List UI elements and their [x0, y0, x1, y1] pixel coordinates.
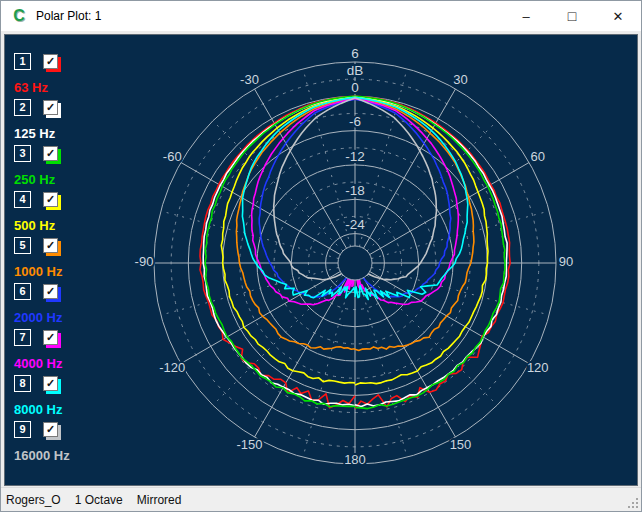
- window-title: Polar Plot: 1: [36, 9, 101, 23]
- grid-spoke: [370, 272, 529, 364]
- resize-grip-icon[interactable]: [636, 506, 638, 508]
- angle-label: -60: [163, 149, 182, 164]
- legend-item: 5✓1000 Hz: [14, 237, 110, 283]
- legend-number-box: 8: [14, 375, 31, 392]
- legend-checkbox[interactable]: ✓: [43, 192, 58, 207]
- legend-item: 6✓2000 Hz: [14, 283, 110, 329]
- grid-spoke: [213, 121, 343, 251]
- legend-frequency-label: 16000 Hz: [14, 448, 110, 463]
- angle-label: -90: [135, 254, 154, 269]
- caption-buttons: – □ ✕: [503, 1, 641, 31]
- grid-spoke: [303, 69, 351, 247]
- angle-label: -150: [236, 437, 262, 452]
- maximize-icon: □: [568, 8, 576, 24]
- db-axis-label: -6: [349, 114, 361, 129]
- legend-number-box: 7: [14, 329, 31, 346]
- legend-number-box: 2: [14, 99, 31, 116]
- db-axis-label: 6: [351, 46, 359, 61]
- legend-number-box: 6: [14, 283, 31, 300]
- polar-plot-panel: 6dB0-6-12-18-24-3030-6060-9090-120120-15…: [4, 34, 638, 486]
- legend-item: 1✓63 Hz: [14, 53, 110, 99]
- angle-label: -120: [159, 360, 185, 375]
- legend-checkbox[interactable]: ✓: [43, 376, 58, 391]
- angle-label: -30: [240, 72, 259, 87]
- grid-spoke: [367, 121, 497, 251]
- legend-item: 2✓125 Hz: [14, 99, 110, 145]
- legend-item: 3✓250 Hz: [14, 145, 110, 191]
- angle-label: 150: [450, 437, 472, 452]
- legend-number-box: 4: [14, 191, 31, 208]
- legend-item: 4✓500 Hz: [14, 191, 110, 237]
- angle-label: 180: [344, 452, 366, 467]
- legend-checkbox[interactable]: ✓: [43, 422, 58, 437]
- db-axis-label: -18: [345, 183, 365, 198]
- minimize-button[interactable]: –: [503, 1, 549, 31]
- grid-spoke: [181, 272, 340, 364]
- legend-frequency-label: 63 Hz: [14, 80, 110, 95]
- close-button[interactable]: ✕: [595, 1, 641, 31]
- legend-frequency-label: 4000 Hz: [14, 356, 110, 371]
- angle-label: 120: [527, 360, 549, 375]
- angle-label: 90: [559, 254, 573, 269]
- legend-item: 8✓8000 Hz: [14, 375, 110, 421]
- legend-checkbox[interactable]: ✓: [43, 54, 58, 69]
- legend-checkbox[interactable]: ✓: [43, 146, 58, 161]
- legend-frequency-label: 1000 Hz: [14, 264, 110, 279]
- legend-frequency-label: 125 Hz: [14, 126, 110, 141]
- legend-item: 7✓4000 Hz: [14, 329, 110, 375]
- minimize-icon: –: [522, 9, 529, 24]
- angle-label: 30: [453, 72, 467, 87]
- maximize-button[interactable]: □: [549, 1, 595, 31]
- legend-number-box: 9: [14, 421, 31, 438]
- polar-plot-window: C Polar Plot: 1 – □ ✕ 6dB0-6-12-18-24-30…: [0, 0, 642, 512]
- grid-spoke: [359, 279, 407, 457]
- status-measurement-name: Rogers_O: [6, 493, 61, 507]
- legend-item: 9✓16000 Hz: [14, 421, 110, 467]
- angle-label: 60: [530, 149, 544, 164]
- db-axis-label: 0: [351, 80, 359, 95]
- legend-checkbox[interactable]: ✓: [43, 330, 58, 345]
- legend-checkbox[interactable]: ✓: [43, 100, 58, 115]
- legend-number-box: 5: [14, 237, 31, 254]
- legend-frequency-label: 8000 Hz: [14, 402, 110, 417]
- app-icon: C: [10, 7, 28, 25]
- grid-spoke: [254, 278, 346, 437]
- legend-checkbox[interactable]: ✓: [43, 238, 58, 253]
- curve-legend: 1✓63 Hz2✓125 Hz3✓250 Hz4✓500 Hz5✓1000 Hz…: [14, 53, 110, 467]
- db-axis-label: dB: [347, 63, 364, 78]
- center-hole: [338, 246, 372, 280]
- status-bar: Rogers_O 1 Octave Mirrored: [1, 487, 641, 511]
- status-smoothing: 1 Octave: [75, 493, 123, 507]
- status-mirrored: Mirrored: [137, 493, 182, 507]
- grid-spoke: [359, 69, 407, 247]
- grid-spoke: [364, 278, 456, 437]
- title-bar[interactable]: C Polar Plot: 1 – □ ✕: [1, 1, 641, 31]
- legend-number-box: 3: [14, 145, 31, 162]
- legend-frequency-label: 2000 Hz: [14, 310, 110, 325]
- legend-checkbox[interactable]: ✓: [43, 284, 58, 299]
- db-axis-label: -12: [345, 149, 365, 164]
- legend-number-box: 1: [14, 53, 31, 70]
- grid-spoke: [303, 279, 351, 457]
- legend-frequency-label: 250 Hz: [14, 172, 110, 187]
- client-area: 6dB0-6-12-18-24-3030-6060-9090-120120-15…: [1, 31, 641, 489]
- close-icon: ✕: [613, 9, 624, 24]
- legend-frequency-label: 500 Hz: [14, 218, 110, 233]
- db-axis-label: -24: [345, 217, 365, 232]
